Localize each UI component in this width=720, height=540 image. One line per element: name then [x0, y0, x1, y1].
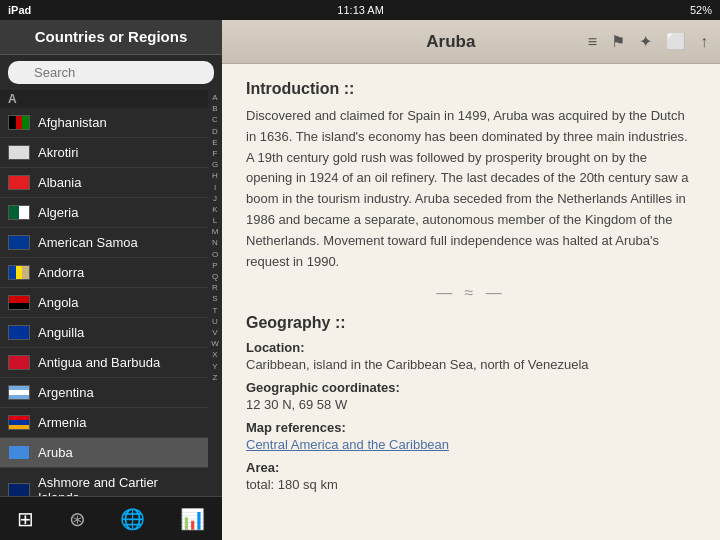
list-item[interactable]: Afghanistan: [0, 108, 208, 138]
status-carrier: iPad: [8, 4, 31, 16]
index-letter[interactable]: L: [213, 215, 217, 226]
toolbar-network-icon[interactable]: ⊛: [69, 507, 86, 531]
country-flag: [8, 265, 30, 280]
geocoords-value: 12 30 N, 69 58 W: [246, 397, 696, 412]
country-flag: [8, 145, 30, 160]
status-bar: iPad 11:13 AM 52%: [0, 0, 720, 20]
country-name: Albania: [38, 175, 81, 190]
index-letter[interactable]: T: [213, 305, 218, 316]
geocoords-label: Geographic coordinates:: [246, 380, 696, 395]
index-letter[interactable]: M: [212, 226, 219, 237]
country-name: Algeria: [38, 205, 78, 220]
battery-percent: 52%: [690, 4, 712, 16]
geo-title: Geography ::: [246, 314, 696, 332]
country-flag: [8, 175, 30, 190]
content-body: Introduction :: Discovered and claimed f…: [222, 64, 720, 540]
flag-icon[interactable]: ⚑: [611, 32, 625, 51]
index-letter[interactable]: Z: [213, 372, 218, 383]
search-container: 🔍: [0, 55, 222, 90]
index-letter[interactable]: O: [212, 249, 218, 260]
index-letter[interactable]: A: [212, 92, 217, 103]
maprefs-label: Map references:: [246, 420, 696, 435]
index-letter[interactable]: R: [212, 282, 218, 293]
index-letter[interactable]: W: [211, 338, 219, 349]
index-letter[interactable]: V: [212, 327, 217, 338]
index-letter[interactable]: S: [212, 293, 217, 304]
list-item[interactable]: Algeria: [0, 198, 208, 228]
sidebar-toolbar: ⊞ ⊛ 🌐 📊: [0, 496, 222, 540]
index-letter[interactable]: D: [212, 126, 218, 137]
status-battery: 52%: [690, 4, 712, 16]
list-item[interactable]: Aruba: [0, 438, 208, 468]
index-letter[interactable]: Q: [212, 271, 218, 282]
index-letter[interactable]: C: [212, 114, 218, 125]
country-list: A AfghanistanAkrotiriAlbaniaAlgeriaAmeri…: [0, 90, 208, 496]
list-item[interactable]: Antigua and Barbuda: [0, 348, 208, 378]
share-icon[interactable]: ↑: [700, 33, 708, 51]
country-flag: [8, 115, 30, 130]
status-time: 11:13 AM: [337, 4, 383, 16]
section-header-a: A: [0, 90, 208, 108]
content-title: Aruba: [314, 32, 588, 52]
country-name: Aruba: [38, 445, 73, 460]
star-icon[interactable]: ✦: [639, 32, 652, 51]
content-header: Aruba ≡ ⚑ ✦ ⬜ ↑: [222, 20, 720, 64]
index-letter[interactable]: J: [213, 193, 217, 204]
toolbar-globe-icon[interactable]: 🌐: [120, 507, 145, 531]
list-item[interactable]: Andorra: [0, 258, 208, 288]
index-bar: ABCDEFGHIJKLMNOPQRSTUVWXYZ: [208, 90, 222, 496]
section-divider: — ≈ —: [246, 284, 696, 302]
index-letter[interactable]: U: [212, 316, 218, 327]
toolbar-chart-icon[interactable]: 📊: [180, 507, 205, 531]
country-name: Armenia: [38, 415, 86, 430]
country-name: Argentina: [38, 385, 94, 400]
index-letter[interactable]: F: [213, 148, 218, 159]
index-letter[interactable]: X: [212, 349, 217, 360]
index-letter[interactable]: P: [212, 260, 217, 271]
index-letter[interactable]: K: [212, 204, 217, 215]
sidebar: Countries or Regions 🔍 A AfghanistanAkro…: [0, 20, 222, 540]
list-item[interactable]: Albania: [0, 168, 208, 198]
sidebar-body: A AfghanistanAkrotiriAlbaniaAlgeriaAmeri…: [0, 90, 222, 496]
maprefs-link[interactable]: Central America and the Caribbean: [246, 437, 696, 452]
country-name: Ashmore and Cartier Islands: [38, 475, 200, 496]
content-area: Aruba ≡ ⚑ ✦ ⬜ ↑ Introduction :: Discover…: [222, 20, 720, 540]
country-flag: [8, 355, 30, 370]
intro-text: Discovered and claimed for Spain in 1499…: [246, 106, 696, 272]
area-value: total: 180 sq km: [246, 477, 696, 492]
country-flag: [8, 483, 30, 497]
notes-icon[interactable]: ⬜: [666, 32, 686, 51]
index-letter[interactable]: I: [214, 182, 216, 193]
search-input[interactable]: [8, 61, 214, 84]
country-name: Afghanistan: [38, 115, 107, 130]
sidebar-header: Countries or Regions: [0, 20, 222, 55]
list-item[interactable]: Armenia: [0, 408, 208, 438]
toolbar-home-icon[interactable]: ⊞: [17, 507, 34, 531]
list-item[interactable]: American Samoa: [0, 228, 208, 258]
country-name: Akrotiri: [38, 145, 78, 160]
index-letter[interactable]: H: [212, 170, 218, 181]
index-letter[interactable]: B: [212, 103, 217, 114]
list-item[interactable]: Anguilla: [0, 318, 208, 348]
index-letter[interactable]: G: [212, 159, 218, 170]
list-item[interactable]: Angola: [0, 288, 208, 318]
index-letter[interactable]: N: [212, 237, 218, 248]
list-item[interactable]: Argentina: [0, 378, 208, 408]
country-flag: [8, 325, 30, 340]
main-container: Countries or Regions 🔍 A AfghanistanAkro…: [0, 20, 720, 540]
location-value: Caribbean, island in the Caribbean Sea, …: [246, 357, 696, 372]
sidebar-title: Countries or Regions: [35, 28, 188, 45]
area-label: Area:: [246, 460, 696, 475]
country-name: Andorra: [38, 265, 84, 280]
country-flag: [8, 235, 30, 250]
list-item[interactable]: Akrotiri: [0, 138, 208, 168]
index-letter[interactable]: E: [212, 137, 217, 148]
country-flag: [8, 295, 30, 310]
intro-title: Introduction ::: [246, 80, 696, 98]
index-letter[interactable]: Y: [212, 361, 217, 372]
list-icon[interactable]: ≡: [588, 33, 597, 51]
search-wrapper: 🔍: [8, 61, 214, 84]
list-item[interactable]: Ashmore and Cartier Islands: [0, 468, 208, 496]
country-flag: [8, 205, 30, 220]
country-name: Anguilla: [38, 325, 84, 340]
